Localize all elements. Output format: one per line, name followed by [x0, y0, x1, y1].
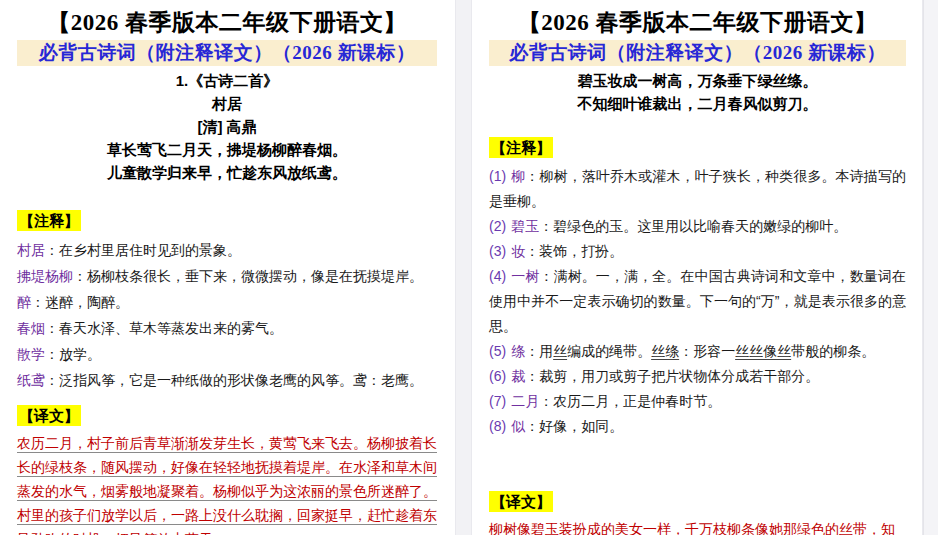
translation-paragraph: 柳树像碧玉装扮成的美女一样，千万枝柳条像她那绿色的丝带，知 — [489, 517, 906, 535]
notes-section-label: 【注释】 — [489, 137, 553, 158]
note-text: 柳树，落叶乔木或灌木，叶子狭长，种类很多。本诗描写的是垂柳。 — [489, 168, 906, 209]
note-text: 裁剪，用刀或剪子把片状物体分成若干部分。 — [539, 368, 819, 384]
note-term: 一树 — [511, 268, 539, 284]
note-item: (5)绦：用丝编成的绳带。丝绦：形容一丝丝像丝带般的柳条。 — [489, 339, 906, 364]
note-number: (5) — [489, 343, 506, 359]
subtitle-banner: 必背古诗词（附注释译文）（2026 新课标） — [489, 40, 906, 66]
poem-block: 1.《古诗二首》村居[清] 高鼎草长莺飞二月天，拂堤杨柳醉春烟。儿童散学归来早，… — [17, 69, 437, 184]
notes-label-row: 【注释】 — [17, 210, 437, 231]
note-item: 醉：迷醉，陶醉。 — [17, 289, 437, 315]
note-number: (2) — [489, 218, 506, 234]
note-item: 村居：在乡村里居住时见到的景象。 — [17, 237, 437, 263]
note-term: 似 — [511, 418, 525, 434]
poem-line: 不知细叶谁裁出，二月春风似剪刀。 — [489, 92, 906, 115]
poem-line: 碧玉妆成一树高，万条垂下绿丝绦。 — [489, 69, 906, 92]
document-page-right[interactable]: 【2026 春季版本二年级下册语文】 必背古诗词（附注释译文）（2026 新课标… — [471, 0, 923, 535]
translation-paragraph: 农历二月，村子前后青草渐渐发芽生长，黄莺飞来飞去。杨柳披着长长的绿枝条，随风摆动… — [17, 431, 437, 535]
note-number: (7) — [489, 393, 506, 409]
note-text: 用 — [539, 343, 553, 359]
note-text: 春天水泽、草木等蒸发出来的雾气。 — [59, 320, 283, 336]
note-text-underlined: 丝绦 — [651, 343, 679, 359]
note-term: 散学 — [17, 346, 45, 362]
note-item: 春烟：春天水泽、草木等蒸发出来的雾气。 — [17, 315, 437, 341]
note-term: 裁 — [511, 368, 525, 384]
note-item: 散学：放学。 — [17, 341, 437, 367]
notes-list: 村居：在乡村里居住时见到的景象。拂堤杨柳：杨柳枝条很长，垂下来，微微摆动，像是在… — [17, 237, 437, 393]
note-text: 泛指风筝，它是一种纸做的形状像老鹰的风筝。鸢：老鹰。 — [59, 372, 423, 388]
translation-label-row: 【译文】 — [17, 405, 437, 426]
note-item: (8)似：好像，如同。 — [489, 414, 906, 439]
note-term: 二月 — [511, 393, 539, 409]
note-text: 满树。一，满，全。在中国古典诗词和文章中，数量词在使用中并不一定表示确切的数量。… — [489, 268, 906, 334]
note-term: 妆 — [511, 243, 525, 259]
note-item: (2)碧玉：碧绿色的玉。这里用以比喻春天的嫩绿的柳叶。 — [489, 214, 906, 239]
note-item: (7)二月：农历二月，正是仲春时节。 — [489, 389, 906, 414]
note-number: (3) — [489, 243, 506, 259]
notes-list: (1)柳：柳树，落叶乔木或灌木，叶子狭长，种类很多。本诗描写的是垂柳。(2)碧玉… — [489, 164, 906, 439]
poem-line: [清] 高鼎 — [17, 115, 437, 138]
poem-line: 村居 — [17, 92, 437, 115]
subtitle-banner: 必背古诗词（附注释译文）（2026 新课标） — [17, 40, 437, 66]
note-term: 碧玉 — [511, 218, 539, 234]
page-title: 【2026 春季版本二年级下册语文】 — [17, 8, 437, 38]
note-item: (6)裁：裁剪，用刀或剪子把片状物体分成若干部分。 — [489, 364, 906, 389]
note-text: 好像，如同。 — [539, 418, 623, 434]
poem-line: 1.《古诗二首》 — [17, 69, 437, 92]
note-text: 装饰，打扮。 — [539, 243, 623, 259]
notes-label-row: 【注释】 — [489, 137, 906, 158]
note-term: 村居 — [17, 242, 45, 258]
note-text: 迷醉，陶醉。 — [45, 294, 129, 310]
note-number: (4) — [489, 268, 506, 284]
note-term: 绦 — [511, 343, 525, 359]
note-text: 碧绿色的玉。这里用以比喻春天的嫩绿的柳叶。 — [553, 218, 847, 234]
translation-section-label: 【译文】 — [489, 491, 553, 512]
note-number: (6) — [489, 368, 506, 384]
note-text: 农历二月，正是仲春时节。 — [553, 393, 721, 409]
note-number: (1) — [489, 168, 506, 184]
note-term: 拂堤杨柳 — [17, 268, 73, 284]
note-item: (4)一树：满树。一，满，全。在中国古典诗词和文章中，数量词在使用中并不一定表示… — [489, 264, 906, 339]
note-item: (1)柳：柳树，落叶乔木或灌木，叶子狭长，种类很多。本诗描写的是垂柳。 — [489, 164, 906, 214]
poem-line: 草长莺飞二月天，拂堤杨柳醉春烟。 — [17, 138, 437, 161]
document-page-left[interactable]: 【2026 春季版本二年级下册语文】 必背古诗词（附注释译文）（2026 新课标… — [0, 0, 456, 535]
poem-line: 儿童散学归来早，忙趁东风放纸鸢。 — [17, 161, 437, 184]
note-term: 醉 — [17, 294, 31, 310]
poem-block: 碧玉妆成一树高，万条垂下绿丝绦。不知细叶谁裁出，二月春风似剪刀。 — [489, 69, 906, 115]
note-text: 放学。 — [59, 346, 101, 362]
note-item: (3)妆：装饰，打扮。 — [489, 239, 906, 264]
note-number: (8) — [489, 418, 506, 434]
notes-section-label: 【注释】 — [17, 210, 81, 231]
note-text: 在乡村里居住时见到的景象。 — [59, 242, 241, 258]
translation-section-label: 【译文】 — [17, 405, 81, 426]
note-term: 纸鸢 — [17, 372, 45, 388]
note-text: ：形容一 — [679, 343, 735, 359]
note-text: 杨柳枝条很长，垂下来，微微摆动，像是在抚摸堤岸。 — [87, 268, 423, 284]
note-item: 拂堤杨柳：杨柳枝条很长，垂下来，微微摆动，像是在抚摸堤岸。 — [17, 263, 437, 289]
note-term: 柳 — [511, 168, 525, 184]
note-text-underlined: 丝 — [553, 343, 567, 359]
page-title: 【2026 春季版本二年级下册语文】 — [489, 8, 906, 38]
note-text: 编成的绳带。 — [567, 343, 651, 359]
note-item: 纸鸢：泛指风筝，它是一种纸做的形状像老鹰的风筝。鸢：老鹰。 — [17, 367, 437, 393]
note-text: 带般的柳条。 — [791, 343, 875, 359]
scrollbar-track[interactable] — [923, 0, 938, 535]
note-text-underlined: 丝丝像丝 — [735, 343, 791, 359]
translation-label-row: 【译文】 — [489, 491, 906, 512]
note-term: 春烟 — [17, 320, 45, 336]
